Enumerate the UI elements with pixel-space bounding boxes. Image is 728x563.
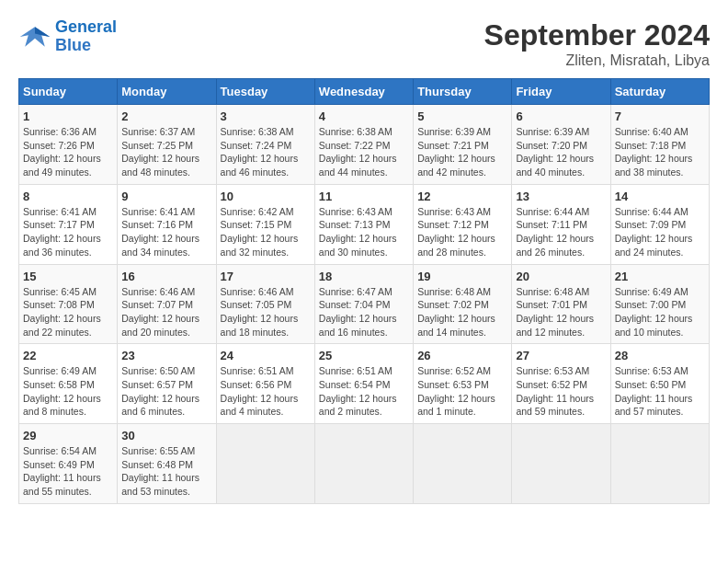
logo-text: General Blue [55, 18, 117, 55]
page-container: General Blue September 2024 Zliten, Misr… [18, 18, 710, 504]
empty-cell-4 [512, 424, 610, 504]
day-20: 20 Sunrise: 6:48 AMSunset: 7:01 PMDaylig… [512, 264, 610, 344]
week-row-4: 22 Sunrise: 6:49 AMSunset: 6:58 PMDaylig… [19, 344, 710, 424]
location: Zliten, Misratah, Libya [484, 52, 710, 69]
col-friday: Friday [512, 79, 610, 105]
day-27: 27 Sunrise: 6:53 AMSunset: 6:52 PMDaylig… [512, 344, 610, 424]
week-row-2: 8 Sunrise: 6:41 AMSunset: 7:17 PMDayligh… [19, 184, 710, 264]
logo-icon [18, 20, 51, 53]
col-monday: Monday [118, 79, 216, 105]
col-wednesday: Wednesday [314, 79, 413, 105]
col-tuesday: Tuesday [216, 79, 314, 105]
day-6: 6 Sunrise: 6:39 AMSunset: 7:20 PMDayligh… [512, 105, 610, 185]
col-saturday: Saturday [610, 79, 709, 105]
empty-cell-5 [610, 424, 709, 504]
day-11: 11 Sunrise: 6:43 AMSunset: 7:13 PMDaylig… [314, 184, 413, 264]
calendar-table: Sunday Monday Tuesday Wednesday Thursday… [18, 78, 710, 504]
day-14: 14 Sunrise: 6:44 AMSunset: 7:09 PMDaylig… [610, 184, 709, 264]
empty-cell-1 [216, 424, 314, 504]
day-8: 8 Sunrise: 6:41 AMSunset: 7:17 PMDayligh… [19, 184, 118, 264]
day-26: 26 Sunrise: 6:52 AMSunset: 6:53 PMDaylig… [414, 344, 512, 424]
day-2: 2 Sunrise: 6:37 AMSunset: 7:25 PMDayligh… [118, 105, 216, 185]
empty-cell-3 [414, 424, 512, 504]
day-23: 23 Sunrise: 6:50 AMSunset: 6:57 PMDaylig… [118, 344, 216, 424]
day-9: 9 Sunrise: 6:41 AMSunset: 7:16 PMDayligh… [118, 184, 216, 264]
day-19: 19 Sunrise: 6:48 AMSunset: 7:02 PMDaylig… [414, 264, 512, 344]
header: General Blue September 2024 Zliten, Misr… [18, 18, 710, 69]
day-30: 30 Sunrise: 6:55 AMSunset: 6:48 PMDaylig… [118, 424, 216, 504]
title-section: September 2024 Zliten, Misratah, Libya [484, 18, 710, 69]
day-29: 29 Sunrise: 6:54 AMSunset: 6:49 PMDaylig… [19, 424, 118, 504]
col-sunday: Sunday [19, 79, 118, 105]
day-28: 28 Sunrise: 6:53 AMSunset: 6:50 PMDaylig… [610, 344, 709, 424]
empty-cell-2 [314, 424, 413, 504]
month-title: September 2024 [484, 18, 710, 52]
day-16: 16 Sunrise: 6:46 AMSunset: 7:07 PMDaylig… [118, 264, 216, 344]
day-25: 25 Sunrise: 6:51 AMSunset: 6:54 PMDaylig… [314, 344, 413, 424]
col-thursday: Thursday [414, 79, 512, 105]
logo: General Blue [18, 18, 117, 55]
week-row-5: 29 Sunrise: 6:54 AMSunset: 6:49 PMDaylig… [19, 424, 710, 504]
day-3: 3 Sunrise: 6:38 AMSunset: 7:24 PMDayligh… [216, 105, 314, 185]
day-4: 4 Sunrise: 6:38 AMSunset: 7:22 PMDayligh… [314, 105, 413, 185]
week-row-1: 1 Sunrise: 6:36 AMSunset: 7:26 PMDayligh… [19, 105, 710, 185]
day-10: 10 Sunrise: 6:42 AMSunset: 7:15 PMDaylig… [216, 184, 314, 264]
day-15: 15 Sunrise: 6:45 AMSunset: 7:08 PMDaylig… [19, 264, 118, 344]
day-18: 18 Sunrise: 6:47 AMSunset: 7:04 PMDaylig… [314, 264, 413, 344]
day-21: 21 Sunrise: 6:49 AMSunset: 7:00 PMDaylig… [610, 264, 709, 344]
day-12: 12 Sunrise: 6:43 AMSunset: 7:12 PMDaylig… [414, 184, 512, 264]
day-17: 17 Sunrise: 6:46 AMSunset: 7:05 PMDaylig… [216, 264, 314, 344]
day-7: 7 Sunrise: 6:40 AMSunset: 7:18 PMDayligh… [610, 105, 709, 185]
week-row-3: 15 Sunrise: 6:45 AMSunset: 7:08 PMDaylig… [19, 264, 710, 344]
day-1: 1 Sunrise: 6:36 AMSunset: 7:26 PMDayligh… [19, 105, 118, 185]
day-13: 13 Sunrise: 6:44 AMSunset: 7:11 PMDaylig… [512, 184, 610, 264]
day-24: 24 Sunrise: 6:51 AMSunset: 6:56 PMDaylig… [216, 344, 314, 424]
calendar-header-row: Sunday Monday Tuesday Wednesday Thursday… [19, 79, 710, 105]
day-5: 5 Sunrise: 6:39 AMSunset: 7:21 PMDayligh… [414, 105, 512, 185]
day-22: 22 Sunrise: 6:49 AMSunset: 6:58 PMDaylig… [19, 344, 118, 424]
